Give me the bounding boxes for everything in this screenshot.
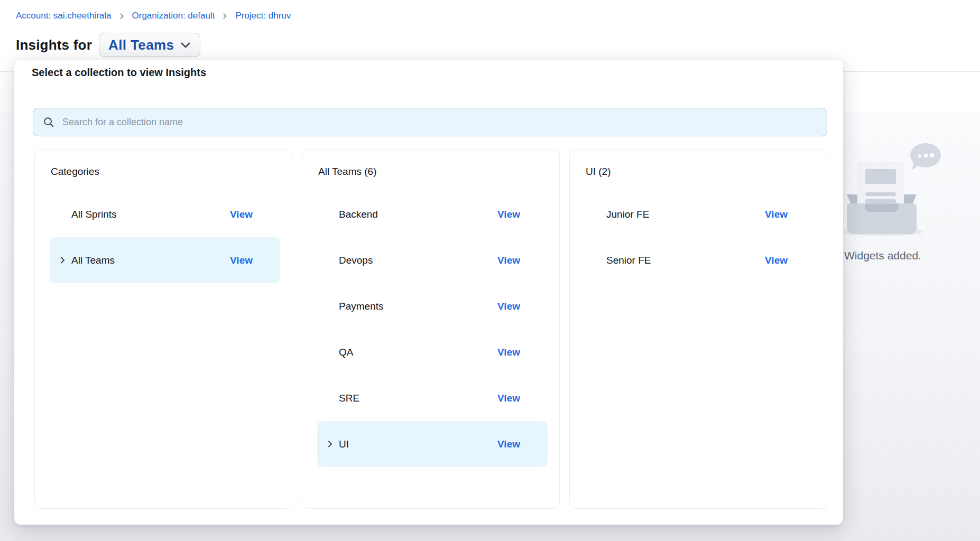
breadcrumb-project-link[interactable]: Project: dhruv	[235, 10, 291, 22]
search-icon	[43, 116, 54, 128]
item-name: Senior FE	[606, 255, 765, 266]
item-name: All Teams	[71, 255, 230, 266]
view-link[interactable]: View	[497, 439, 520, 450]
empty-state-caption: Widgets added.	[844, 249, 921, 262]
item-name: Payments	[339, 301, 497, 312]
list-item-payments[interactable]: Payments View	[317, 283, 548, 329]
breadcrumb-account-link[interactable]: Account: sai.cheethirala	[16, 10, 112, 22]
panel-header: Categories	[51, 166, 276, 178]
collection-columns: Categories All Sprints View All Teams Vi…	[34, 150, 827, 509]
panel-header: UI (2)	[586, 166, 811, 178]
collection-search	[33, 108, 827, 136]
list-item-junior-fe[interactable]: Junior FE View	[585, 191, 815, 237]
circle-glyph	[930, 153, 934, 157]
chevron-right-icon	[118, 13, 125, 20]
inbox-tray-front	[847, 203, 917, 234]
speech-bubble-icon	[910, 143, 941, 167]
panel-header: All Teams (6)	[318, 166, 543, 178]
list-item-all-teams[interactable]: All Teams View	[50, 237, 280, 283]
no-widgets-empty-state: Widgets added.	[843, 127, 980, 280]
list-item-senior-fe[interactable]: Senior FE View	[585, 237, 815, 283]
collection-dropdown-button[interactable]: All Teams	[99, 33, 201, 57]
item-name: All Sprints	[71, 209, 230, 220]
list-item-backend[interactable]: Backend View	[317, 191, 548, 237]
ui-panel: UI (2) Junior FE View Senior FE View	[569, 150, 827, 509]
list-item-qa[interactable]: QA View	[317, 329, 548, 375]
collection-picker-popover: Select a collection to view Insights Cat…	[14, 60, 843, 525]
chevron-right-icon	[326, 440, 334, 448]
breadcrumb-organization-link[interactable]: Organization: default	[132, 10, 215, 22]
view-link[interactable]: View	[230, 255, 253, 266]
item-name: Junior FE	[606, 209, 765, 220]
all-teams-panel: All Teams (6) Backend View Devops View P…	[302, 150, 560, 509]
view-link[interactable]: View	[497, 255, 520, 266]
item-name: Devops	[339, 255, 497, 266]
breadcrumb: Account: sai.cheethirala Organization: d…	[16, 10, 291, 22]
chevron-down-icon	[179, 39, 192, 51]
search-input[interactable]	[61, 116, 817, 128]
popover-title: Select a collection to view Insights	[32, 67, 206, 79]
page-header: Insights for All Teams	[16, 33, 200, 57]
view-link[interactable]: View	[497, 347, 520, 358]
view-link[interactable]: View	[765, 209, 788, 220]
view-link[interactable]: View	[230, 209, 253, 220]
list-item-devops[interactable]: Devops View	[317, 237, 548, 283]
view-link[interactable]: View	[765, 255, 788, 266]
list-item-all-sprints[interactable]: All Sprints View	[50, 191, 280, 237]
categories-panel: Categories All Sprints View All Teams Vi…	[34, 150, 292, 509]
view-link[interactable]: View	[497, 301, 520, 312]
square-glyph	[924, 154, 928, 157]
item-name: SRE	[339, 393, 497, 404]
page-title: Insights for	[16, 37, 92, 53]
view-link[interactable]: View	[497, 209, 520, 220]
chevron-right-icon	[59, 256, 67, 264]
list-item-sre[interactable]: SRE View	[317, 375, 548, 421]
item-name: QA	[339, 347, 497, 358]
view-link[interactable]: View	[497, 393, 520, 404]
list-item-ui[interactable]: UI View	[317, 421, 548, 467]
triangle-glyph	[918, 153, 922, 157]
collection-dropdown-label: All Teams	[108, 37, 174, 53]
item-name: UI	[339, 439, 497, 450]
item-name: Backend	[339, 209, 497, 220]
chevron-right-icon	[221, 13, 228, 20]
